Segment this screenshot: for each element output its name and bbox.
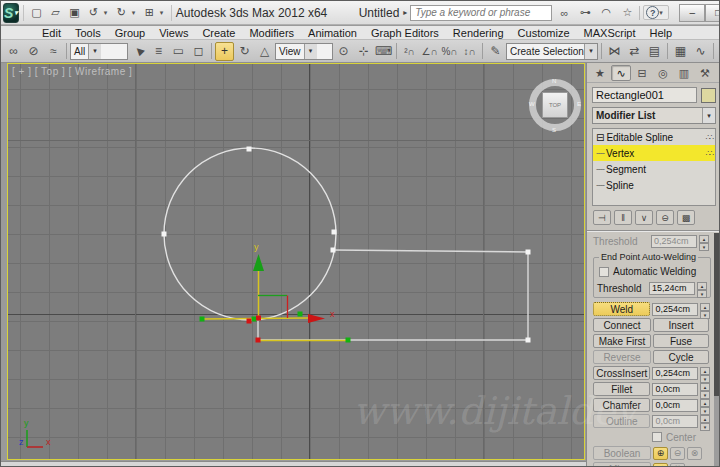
spin-up-icon[interactable]: ▴: [700, 367, 710, 375]
menu-modifiers[interactable]: Modifiers: [242, 26, 301, 40]
tab-utilities[interactable]: ⚒: [695, 65, 715, 81]
bind-to-space-warp-button[interactable]: ≈: [44, 42, 63, 61]
mirror-horizontal-icon[interactable]: ⇄: [653, 463, 668, 467]
communication-center-icon[interactable]: ◠: [597, 5, 615, 21]
chamfer-button[interactable]: Chamfer: [593, 398, 650, 412]
reference-coordinate-dropdown[interactable]: View ▾: [275, 43, 333, 60]
viewcube-east-label[interactable]: E: [577, 101, 581, 107]
snaps-toggle-2d-button[interactable]: ²∩: [400, 42, 419, 61]
percent-snap-toggle[interactable]: %∩: [440, 42, 459, 61]
threshold-spinner[interactable]: ▴▾: [699, 235, 709, 248]
panel-scrollbar-thumb[interactable]: [714, 233, 719, 396]
spin-up-icon[interactable]: ▴: [700, 415, 710, 423]
maximize-button[interactable]: □: [705, 4, 720, 22]
threshold-field[interactable]: 0,254cm: [651, 235, 697, 248]
angle-snap-toggle[interactable]: ∠∩: [420, 42, 439, 61]
mirror-vertical-icon[interactable]: ⇅: [670, 463, 685, 467]
center-checkbox[interactable]: [652, 432, 662, 442]
spline-rectangle[interactable]: [258, 250, 528, 340]
graphite-ribbon-toggle[interactable]: ▦: [671, 42, 690, 61]
spin-up-icon[interactable]: ▴: [697, 282, 707, 290]
track-bar[interactable]: [1, 461, 586, 467]
layer-manager-button[interactable]: ▤: [645, 42, 664, 61]
make-unique-button[interactable]: ∨: [635, 210, 653, 225]
spline-circle[interactable]: [164, 148, 336, 320]
save-file-button[interactable]: ▣: [66, 5, 83, 21]
menu-tools[interactable]: Tools: [68, 26, 108, 40]
align-button[interactable]: ⇄: [625, 42, 644, 61]
remove-modifier-button[interactable]: ⊖: [656, 210, 674, 225]
menu-edit[interactable]: Edit: [35, 26, 68, 40]
undo-button[interactable]: ↺: [85, 5, 102, 21]
fuse-button[interactable]: Fuse: [653, 334, 709, 348]
rectangular-selection-region-button[interactable]: ▭: [169, 42, 188, 61]
keyboard-shortcut-override-toggle[interactable]: ⌨: [374, 42, 393, 61]
select-and-manipulate-button[interactable]: ⊹: [354, 42, 373, 61]
fillet-button[interactable]: Fillet: [593, 382, 650, 396]
window-crossing-toggle[interactable]: ◻: [189, 42, 208, 61]
tab-hierarchy[interactable]: ⊟: [632, 65, 652, 81]
sign-in-key-icon[interactable]: ⊶: [576, 5, 594, 21]
weld-threshold-field[interactable]: 0,254cm: [652, 303, 698, 316]
auto-weld-threshold-spinner[interactable]: ▴▾: [697, 282, 707, 295]
pin-stack-button[interactable]: ⊣: [593, 210, 611, 225]
select-object-button[interactable]: ▶: [129, 42, 148, 61]
menu-views[interactable]: Views: [152, 26, 195, 40]
spin-down-icon[interactable]: ▾: [700, 407, 710, 415]
curve-editor-button[interactable]: ∿: [691, 42, 710, 61]
show-end-result-button[interactable]: ‖: [614, 210, 632, 225]
tab-display[interactable]: ▥: [674, 65, 694, 81]
outline-spinner[interactable]: ▴▾: [700, 415, 710, 428]
mirror-button[interactable]: ⋈: [605, 42, 624, 61]
insert-button[interactable]: Insert: [653, 318, 709, 332]
help-dropdown-icon[interactable]: ▾: [659, 9, 666, 17]
use-pivot-point-center-button[interactable]: ⊙: [334, 42, 353, 61]
redo-button[interactable]: ↻: [113, 5, 130, 21]
menu-graph-editors[interactable]: Graph Editors: [364, 26, 446, 40]
spin-up-icon[interactable]: ▴: [700, 399, 710, 407]
spin-up-icon[interactable]: ▴: [699, 235, 709, 243]
search-icon[interactable]: ∞: [555, 5, 573, 21]
spin-up-icon[interactable]: ▴: [700, 303, 710, 311]
undo-dropdown-icon[interactable]: ▾: [104, 9, 111, 17]
toolbar-overflow-icon[interactable]: ▾: [160, 9, 167, 17]
menu-customize[interactable]: Customize: [511, 26, 577, 40]
named-selection-sets-dropdown[interactable]: Create Selection Se ▾: [506, 43, 598, 60]
fillet-spinner[interactable]: ▴▾: [700, 383, 710, 396]
chamfer-spinner[interactable]: ▴▾: [700, 399, 710, 412]
tab-motion[interactable]: ◎: [653, 65, 673, 81]
favorites-star-icon[interactable]: ☆: [618, 5, 636, 21]
spin-down-icon[interactable]: ▾: [697, 290, 707, 298]
cycle-button[interactable]: Cycle: [653, 350, 709, 364]
connect-button[interactable]: Connect: [593, 318, 651, 332]
select-by-name-button[interactable]: ≡: [149, 42, 168, 61]
boolean-union-icon[interactable]: ⊕: [653, 447, 668, 460]
edit-named-selection-sets-button[interactable]: ✎: [486, 42, 505, 61]
menu-animation[interactable]: Animation: [301, 26, 364, 40]
project-folder-button[interactable]: ⊞: [141, 5, 158, 21]
spin-up-icon[interactable]: ▴: [700, 383, 710, 391]
menu-rendering[interactable]: Rendering: [446, 26, 511, 40]
new-scene-button[interactable]: ▢: [28, 5, 45, 21]
cross-insert-button[interactable]: CrossInsert: [593, 366, 650, 380]
viewcube[interactable]: TOP N S W E: [526, 76, 584, 134]
viewcube-west-label[interactable]: W: [529, 101, 535, 107]
viewport-top[interactable]: x y y x z [ + ] [: [7, 63, 585, 460]
boolean-intersect-icon[interactable]: ⊗: [687, 447, 702, 460]
help-icon[interactable]: ?: [646, 6, 659, 19]
menu-create[interactable]: Create: [195, 26, 242, 40]
select-and-scale-button[interactable]: △: [255, 42, 274, 61]
cross-insert-field[interactable]: 0,254cm: [652, 367, 698, 380]
viewcube-south-label[interactable]: S: [552, 127, 556, 133]
fillet-field[interactable]: 0,0cm: [652, 383, 698, 396]
gizmo-x-arrowhead[interactable]: [308, 314, 325, 323]
modifier-list-dropdown[interactable]: Modifier List ▾: [592, 107, 716, 124]
menu-maxscript[interactable]: MAXScript: [577, 26, 643, 40]
redo-dropdown-icon[interactable]: ▾: [132, 9, 139, 17]
application-menu-button[interactable]: S▾: [3, 3, 19, 23]
stack-item-vertex[interactable]: ---- Vertex ∴∴: [593, 145, 715, 161]
open-file-button[interactable]: ▱: [47, 5, 64, 21]
panel-scrollbar[interactable]: [714, 233, 719, 466]
spin-down-icon[interactable]: ▾: [700, 423, 710, 431]
chamfer-field[interactable]: 0,0cm: [652, 399, 698, 412]
